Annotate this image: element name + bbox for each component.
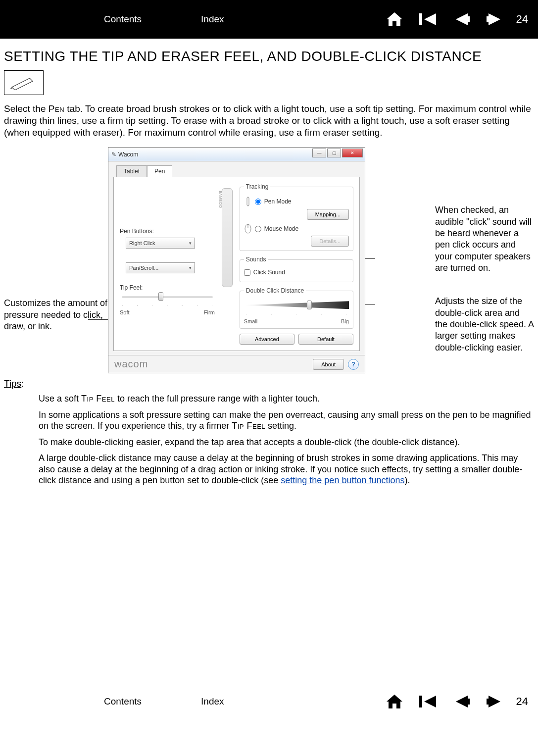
details-button[interactable]: Details... xyxy=(311,236,349,247)
maximize-button[interactable]: ▢ xyxy=(327,149,341,157)
svg-rect-0 xyxy=(419,13,422,25)
diagram-area: Customizes the amount of pressure needed… xyxy=(4,147,534,373)
first-page-icon[interactable] xyxy=(418,11,438,27)
mapping-button[interactable]: Mapping... xyxy=(307,209,349,220)
close-button[interactable]: ✕ xyxy=(342,149,363,157)
dcd-big-label: Big xyxy=(341,318,349,324)
callout-dcd: Adjusts the size of the double-click are… xyxy=(435,296,534,353)
pen-illustration: BAMBOO xyxy=(222,188,233,287)
window-titlebar: ✎ Wacom — ▢ ✕ xyxy=(108,148,365,161)
wacom-preferences-window: ✎ Wacom — ▢ ✕ Tablet Pen Pen Buttons: Ri… xyxy=(108,147,365,373)
page-number-bottom: 24 xyxy=(516,695,528,708)
advanced-button[interactable]: Advanced xyxy=(240,334,294,345)
help-button[interactable]: ? xyxy=(348,359,359,370)
pen-button-functions-link[interactable]: setting the pen button functions xyxy=(281,475,404,485)
pen-button-lower-dropdown[interactable]: Pan/Scroll... xyxy=(126,262,195,273)
pen-mode-label: Pen Mode xyxy=(264,198,292,205)
svg-rect-6 xyxy=(419,696,422,707)
svg-rect-7 xyxy=(467,699,470,705)
mouse-mode-radio[interactable] xyxy=(255,226,261,232)
contents-link-bottom[interactable]: Contents xyxy=(104,696,142,707)
pen-mode-radio[interactable] xyxy=(255,199,261,205)
callout-click-sound: When checked, an audible "click" sound w… xyxy=(435,204,534,274)
pen-button-upper-dropdown[interactable]: Right Click xyxy=(126,238,195,249)
svg-rect-8 xyxy=(487,699,489,705)
tab-tablet[interactable]: Tablet xyxy=(116,165,147,177)
mouse-mode-label: Mouse Mode xyxy=(264,225,298,232)
svg-rect-2 xyxy=(487,16,489,22)
pen-mode-icon xyxy=(244,196,252,207)
pen-buttons-label: Pen Buttons: xyxy=(120,228,215,235)
callout-tip-feel: Customizes the amount of pressure needed… xyxy=(4,298,108,332)
tip-feel-soft-label: Soft xyxy=(120,309,130,315)
bottom-nav-bar: Contents Index 24 xyxy=(0,684,538,719)
wacom-logo: wacom xyxy=(114,358,148,370)
window-title: Wacom xyxy=(118,151,138,158)
first-page-icon[interactable] xyxy=(418,694,438,709)
dcd-small-label: Small xyxy=(244,318,258,324)
click-sound-label: Click Sound xyxy=(253,269,285,276)
tracking-group: Tracking Pen Mode Mapping... xyxy=(240,183,353,251)
tip-feel-firm-label: Firm xyxy=(204,309,215,315)
index-link-bottom[interactable]: Index xyxy=(201,696,224,707)
click-sound-checkbox[interactable] xyxy=(244,269,250,276)
page-heading: SETTING THE TIP AND ERASER FEEL, AND DOU… xyxy=(4,49,534,64)
tip-feel-slider[interactable] xyxy=(122,296,213,298)
top-nav-bar: Contents Index 24 xyxy=(0,0,538,39)
prev-page-icon[interactable] xyxy=(453,11,471,27)
prev-page-icon[interactable] xyxy=(453,694,471,709)
about-button[interactable]: About xyxy=(313,359,344,370)
tips-list: Use a soft Tip Feel to reach the full pr… xyxy=(39,393,534,486)
index-link[interactable]: Index xyxy=(201,14,224,25)
tip-feel-label: Tip Feel: xyxy=(120,284,215,291)
home-icon[interactable] xyxy=(386,11,403,27)
home-icon[interactable] xyxy=(386,694,403,709)
sounds-group: Sounds Click Sound xyxy=(240,256,353,282)
minimize-button[interactable]: — xyxy=(312,149,326,157)
next-page-icon[interactable] xyxy=(486,11,503,27)
double-click-distance-group: Double Click Distance ····· Small Big xyxy=(240,287,353,329)
page-number-top: 24 xyxy=(516,13,528,26)
dcd-slider[interactable] xyxy=(244,301,349,309)
intro-paragraph: Select the Pen tab. To create broad brus… xyxy=(4,103,534,138)
mouse-mode-icon xyxy=(244,224,252,234)
tab-pen[interactable]: Pen xyxy=(147,165,172,177)
next-page-icon[interactable] xyxy=(486,694,503,709)
default-button[interactable]: Default xyxy=(298,334,353,345)
svg-rect-3 xyxy=(247,197,249,206)
svg-rect-1 xyxy=(467,16,470,22)
tips-heading: Tips xyxy=(4,378,21,389)
pen-thumbnail xyxy=(4,70,44,95)
contents-link[interactable]: Contents xyxy=(104,14,142,25)
